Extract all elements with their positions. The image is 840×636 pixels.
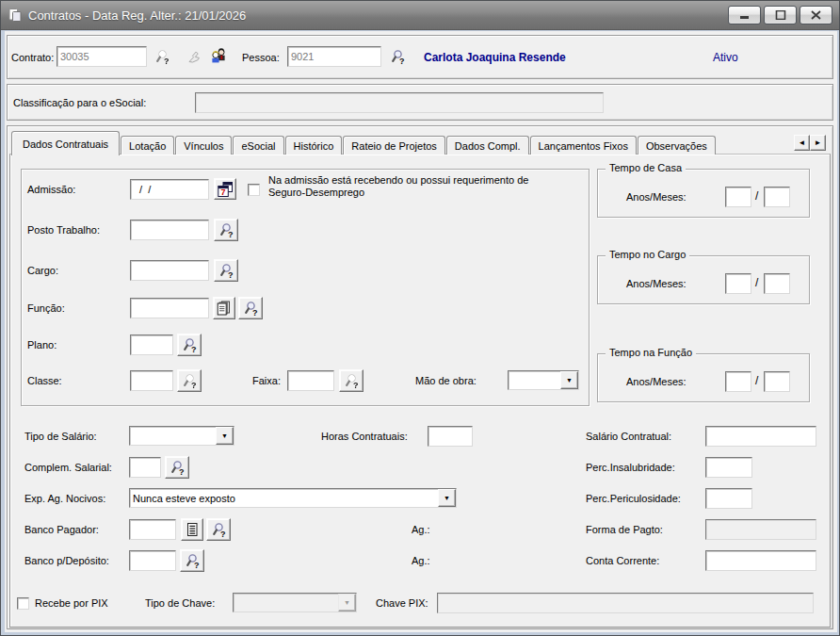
tempo-funcao-meses-input[interactable] [764, 371, 790, 392]
horas-contratuais-label: Horas Contratuais: [321, 431, 408, 442]
complem-salarial-input[interactable] [129, 457, 161, 478]
tempo-no-cargo-groupbox: Tempo no Cargo Anos/Meses: / [597, 255, 810, 304]
cargo-lookup-button[interactable] [214, 259, 238, 282]
recebe-pix-checkbox[interactable] [17, 597, 29, 610]
contrato-input [57, 46, 147, 67]
conta-corrente-label: Conta Corrente: [586, 555, 659, 566]
exp-ag-nocivos-label: Exp. Ag. Nocivos: [24, 493, 105, 504]
tab-dados-contratuais[interactable]: Dados Contratuais [11, 131, 120, 155]
pessoa-label: Pessoa: [242, 52, 280, 63]
tab-vinculos[interactable]: Vínculos [175, 136, 232, 155]
maximize-button[interactable] [764, 6, 797, 24]
exp-ag-nocivos-combobox[interactable]: Nunca esteve exposto ▼ [129, 488, 457, 508]
cargo-input[interactable] [130, 260, 209, 281]
calendar-icon [218, 182, 233, 197]
posto-trabalho-lookup-button[interactable] [214, 219, 238, 241]
close-button[interactable] [800, 6, 832, 24]
maximize-icon [775, 10, 786, 20]
admissao-date-input[interactable] [130, 179, 209, 200]
esocial-input [195, 92, 604, 113]
mao-de-obra-combobox[interactable]: ▼ [508, 370, 579, 390]
agencia-deposito-label: Ag.: [412, 555, 430, 566]
plano-lookup-button[interactable] [177, 334, 202, 356]
minimize-button[interactable] [728, 6, 761, 24]
faixa-label: Faixa: [252, 375, 281, 386]
tipo-chave-combobox: ▼ [233, 593, 357, 612]
tab-historico[interactable]: Histórico [285, 136, 343, 155]
faixa-input[interactable] [287, 370, 334, 391]
horas-contratuais-input[interactable] [428, 426, 473, 447]
close-icon [811, 10, 821, 20]
posto-trabalho-input[interactable] [130, 220, 209, 240]
perc-insalubridade-label: Perc.Insalubridade: [586, 462, 675, 473]
perc-insalubridade-input[interactable] [705, 457, 752, 478]
tab-scroll-left-icon[interactable]: ◄ [794, 135, 810, 151]
tab-rateio-projetos[interactable]: Rateio de Projetos [343, 136, 445, 155]
banco-deposito-lookup-button[interactable] [180, 549, 204, 572]
chevron-down-icon[interactable]: ▼ [438, 489, 456, 507]
funcao-label: Função: [27, 302, 65, 314]
admissao-label: Admissão: [27, 184, 75, 195]
tab-lotacao[interactable]: Lotação [121, 136, 174, 155]
cargo-label: Cargo: [27, 265, 58, 276]
tempo-cargo-anos-input[interactable] [725, 273, 751, 294]
tempo-casa-anos-input[interactable] [725, 187, 751, 207]
tab-scroll-right-icon[interactable]: ► [810, 135, 826, 151]
tempo-na-funcao-title: Tempo na Função [606, 347, 696, 358]
search-icon [170, 460, 186, 476]
funcao-list-button[interactable] [213, 297, 235, 319]
exp-ag-nocivos-value: Nunca esteve exposto [130, 489, 438, 507]
funcao-lookup-button[interactable] [238, 297, 263, 319]
search-icon [243, 301, 259, 317]
conta-corrente-input[interactable] [705, 550, 816, 571]
admissao-calendar-button[interactable] [214, 178, 236, 200]
tab-strip: Dados Contratuais Lotação Vínculos eSoci… [11, 131, 717, 155]
banco-pagador-list-button[interactable] [181, 518, 203, 541]
tab-dados-compl[interactable]: Dados Compl. [446, 136, 529, 155]
pessoa-lookup-icon[interactable] [390, 49, 407, 66]
tempo-de-casa-title: Tempo de Casa [606, 162, 686, 173]
status-badge: Ativo [713, 51, 738, 64]
anos-meses-label: Anos/Meses: [626, 191, 687, 203]
search-icon [344, 373, 360, 389]
tempo-funcao-anos-input[interactable] [725, 371, 751, 392]
pessoa-input [287, 46, 381, 67]
goto-hand-icon [186, 49, 203, 66]
tab-lancamentos-fixos[interactable]: Lançamentos Fixos [530, 136, 637, 155]
banco-deposito-input[interactable] [129, 550, 176, 571]
anos-meses-separator: / [755, 374, 758, 387]
chave-pix-input [437, 593, 814, 613]
tipo-salario-combobox[interactable]: ▼ [129, 426, 234, 446]
search-icon [185, 553, 201, 569]
tab-observacoes[interactable]: Observações [638, 136, 716, 155]
banco-pagador-label: Banco Pagador: [24, 524, 99, 535]
search-icon [182, 337, 198, 353]
plano-label: Plano: [27, 339, 57, 351]
tempo-na-funcao-groupbox: Tempo na Função Anos/Meses: / [597, 353, 810, 402]
perc-periculosidade-input[interactable] [705, 488, 752, 509]
mao-de-obra-label: Mão de obra: [415, 375, 477, 386]
minimize-icon [739, 10, 751, 20]
mao-de-obra-value [509, 371, 560, 389]
chevron-down-icon[interactable]: ▼ [216, 427, 234, 445]
anos-meses-label: Anos/Meses: [626, 376, 687, 387]
seguro-desemprego-checkbox[interactable] [248, 184, 260, 196]
tipo-salario-value [130, 427, 216, 445]
chevron-down-icon[interactable]: ▼ [560, 371, 578, 389]
complem-salarial-label: Complem. Salarial: [24, 462, 112, 473]
tipo-chave-label: Tipo de Chave: [145, 597, 215, 609]
person-name: Carlota Joaquina Resende [424, 51, 566, 64]
tempo-casa-meses-input[interactable] [764, 187, 790, 207]
plano-input[interactable] [130, 334, 173, 355]
funcao-input[interactable] [130, 298, 209, 318]
tab-esocial[interactable]: eSocial [233, 136, 283, 155]
book-icon [217, 301, 232, 316]
banco-pagador-lookup-button[interactable] [206, 518, 231, 541]
tipo-salario-label: Tipo de Salário: [24, 431, 97, 442]
salario-contratual-input[interactable] [705, 426, 816, 447]
person-icon[interactable] [211, 48, 229, 66]
complem-salarial-lookup-button[interactable] [165, 456, 189, 479]
search-icon [182, 373, 198, 389]
banco-pagador-input[interactable] [129, 519, 176, 540]
tempo-cargo-meses-input[interactable] [764, 273, 790, 294]
